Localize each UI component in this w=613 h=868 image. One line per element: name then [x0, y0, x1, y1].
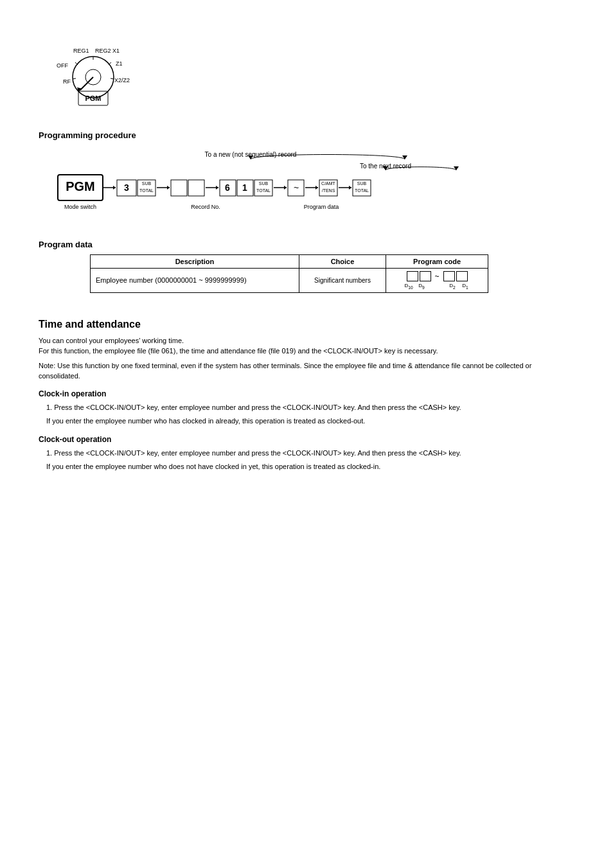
clock-in-step1b: If you enter the employee number who has…: [46, 416, 574, 427]
svg-marker-34: [167, 186, 170, 190]
code-box-2: [420, 271, 431, 281]
clock-in-step1: 1. Press the <CLOCK-IN/OUT> key, enter e…: [46, 402, 574, 414]
cell-choice: Significant numbers: [299, 269, 386, 293]
clock-out-title: Clock-out operation: [39, 435, 574, 444]
svg-text:Mode switch: Mode switch: [64, 204, 96, 210]
svg-rect-35: [171, 180, 187, 196]
cell-description: Employee number (0000000001 ~ 9999999999…: [91, 269, 299, 293]
choice-text: Significant numbers: [314, 277, 371, 284]
clock-in-title: Clock-in operation: [39, 389, 574, 398]
svg-text:PGM: PGM: [85, 94, 101, 102]
ta-note: Note: Use this function by one fixed ter…: [39, 360, 574, 382]
note-text: Use this function by one fixed terminal,…: [39, 362, 531, 380]
svg-marker-52: [315, 186, 318, 190]
svg-text:REG1: REG1: [73, 48, 89, 54]
program-data-section: Program data Description Choice Program …: [39, 240, 574, 293]
svg-marker-19: [402, 155, 407, 159]
svg-text:3: 3: [124, 182, 129, 193]
svg-text:Program data: Program data: [304, 204, 339, 210]
svg-text:1: 1: [242, 182, 247, 193]
col-choice: Choice: [299, 255, 386, 269]
svg-text:~: ~: [294, 182, 299, 193]
svg-text:/TENS: /TENS: [322, 188, 335, 193]
clock-out-step1b: If you enter the employee number who doe…: [46, 461, 574, 473]
code-box-4: [456, 271, 468, 281]
svg-text:Record No.: Record No.: [191, 204, 220, 210]
ta-title: Time and attendance: [39, 319, 574, 330]
time-attendance-section: Time and attendance You can control your…: [39, 319, 574, 473]
svg-text:TOTAL: TOTAL: [139, 188, 154, 193]
svg-line-2: [80, 77, 93, 90]
clock-in-text: 1. Press the <CLOCK-IN/OUT> key, enter e…: [46, 402, 574, 427]
program-data-table: Description Choice Program code Employee…: [90, 254, 488, 293]
clock-out-step1: 1. Press the <CLOCK-IN/OUT> key, enter e…: [46, 448, 574, 459]
svg-text:OFF: OFF: [57, 62, 68, 69]
table-row: Employee number (0000000001 ~ 9999999999…: [91, 269, 488, 293]
svg-rect-36: [188, 180, 204, 196]
svg-text:6: 6: [225, 182, 230, 193]
pd-title: Program data: [39, 240, 574, 249]
svg-text:SUB: SUB: [142, 181, 152, 186]
mode-switch-diagram: REG2 X1 Z1 X2/Z2 REG1 OFF RF PGM: [39, 39, 154, 109]
svg-text:TOTAL: TOTAL: [256, 188, 271, 193]
programming-procedure-section: Programming procedure To a new (not sequ…: [39, 130, 574, 220]
svg-marker-57: [349, 186, 351, 190]
note-prefix: Note:: [39, 362, 55, 369]
code-box-3: [443, 271, 455, 281]
clock-out-text: 1. Press the <CLOCK-IN/OUT> key, enter e…: [46, 448, 574, 473]
col-program-code: Program code: [386, 255, 488, 269]
svg-text:C/AMT: C/AMT: [321, 181, 336, 186]
svg-text:Z1: Z1: [116, 60, 123, 67]
svg-marker-39: [216, 186, 218, 190]
col-description: Description: [91, 255, 299, 269]
pp-title: Programming procedure: [39, 130, 574, 140]
ta-intro-1: You can control your employees' working …: [39, 335, 574, 357]
flow-diagram: To a new (not sequential) record To the …: [45, 148, 572, 218]
svg-text:SUB: SUB: [259, 181, 269, 186]
svg-text:X2/Z2: X2/Z2: [114, 77, 130, 84]
svg-text:REG2  X1: REG2 X1: [95, 48, 120, 54]
cell-program-code: ~ D10 D9 D2 D1: [386, 269, 488, 293]
svg-marker-48: [284, 186, 287, 190]
svg-text:TOTAL: TOTAL: [355, 188, 369, 193]
svg-marker-27: [113, 186, 116, 190]
svg-marker-22: [454, 166, 459, 170]
tilde-separator: ~: [435, 272, 440, 281]
svg-text:RF: RF: [63, 78, 71, 85]
svg-text:PGM: PGM: [66, 179, 95, 193]
svg-text:SUB: SUB: [357, 181, 367, 186]
mode-switch-section: REG2 X1 Z1 X2/Z2 REG1 OFF RF PGM: [39, 39, 574, 111]
code-box-1: [407, 271, 418, 281]
